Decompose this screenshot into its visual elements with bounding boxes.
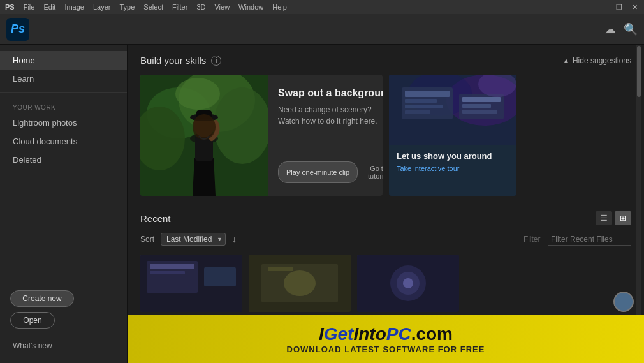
whats-new-link[interactable]: What's new [13, 341, 114, 350]
filter-menu[interactable]: Filter [172, 3, 187, 11]
skills-title-text: Build your skills [140, 55, 206, 66]
card-secondary-image [389, 75, 516, 145]
skills-title: Build your skills i [140, 55, 221, 66]
skill-card-actions: Play one-minute clip Go to tutorial [278, 161, 383, 183]
sidebar-divider-1 [0, 92, 127, 93]
ps-menu[interactable]: PS [5, 3, 15, 11]
svg-point-32 [284, 270, 316, 296]
watermark-subtitle: Download Latest Software for Free [287, 344, 485, 354]
sidebar-item-learn[interactable]: Learn [0, 70, 127, 88]
help-menu[interactable]: Help [272, 3, 287, 11]
image-menu[interactable]: Image [64, 3, 84, 11]
grid-view-button[interactable]: ⊞ [615, 211, 631, 225]
sort-label: Sort [140, 235, 154, 244]
play-clip-button[interactable]: Play one-minute clip [278, 161, 358, 183]
file-thumb-2[interactable] [249, 255, 351, 312]
hide-suggestions-label: Hide suggestions [573, 56, 631, 65]
app-header: Ps ☁ 🔍 [0, 14, 644, 45]
svg-rect-33 [268, 267, 293, 271]
svg-point-37 [403, 278, 413, 288]
tutorial-button[interactable]: Go to tutorial [363, 161, 383, 183]
window-menu[interactable]: Window [238, 3, 263, 11]
watermark-banner: IGetIntoPC.com Download Latest Software … [128, 315, 644, 363]
svg-rect-18 [405, 105, 443, 108]
sidebar-your-work-label: YOUR WORK [0, 96, 127, 114]
filter-input[interactable] [548, 233, 631, 246]
sidebar-item-lightroom[interactable]: Lightroom photos [0, 114, 127, 132]
watermark-line1: IGetIntoPC.com [287, 324, 485, 344]
recent-toolbar: Sort Last Modified ▼ ↓ Filter [140, 233, 631, 246]
select-menu[interactable]: Select [143, 3, 163, 11]
sidebar-item-home[interactable]: Home [0, 51, 127, 70]
create-new-button[interactable]: Create new [10, 290, 74, 307]
edit-menu[interactable]: Edit [43, 3, 55, 11]
card-secondary-svg [389, 75, 516, 145]
sidebar-item-deleted[interactable]: Deleted [0, 151, 127, 169]
recent-files [140, 255, 631, 312]
svg-rect-28 [150, 271, 185, 274]
recent-header: Recent ☰ ⊞ [140, 211, 631, 225]
cloud-icon[interactable]: ☁ [604, 22, 616, 36]
ps-logo: Ps [6, 18, 29, 41]
bottom-right-avatar[interactable] [613, 292, 634, 312]
skill-card-title: Swap out a background [278, 87, 383, 99]
sidebar-nav: Home Learn YOUR WORK Lightroom photos Cl… [0, 51, 127, 281]
sort-direction-button[interactable]: ↓ [232, 234, 237, 244]
restore-button[interactable]: ❐ [615, 3, 624, 11]
title-bar: PS File Edit Image Layer Type Select Fil… [0, 0, 644, 14]
watermark-into: Into [353, 324, 386, 344]
skill-card-desc: Need a change of scenery? Watch how to d… [278, 104, 383, 127]
info-icon[interactable]: i [211, 56, 221, 66]
list-view-button[interactable]: ☰ [596, 211, 612, 225]
view-menu[interactable]: View [214, 3, 230, 11]
sort-wrapper: Last Modified ▼ [161, 233, 226, 246]
svg-rect-27 [150, 264, 194, 269]
3d-menu[interactable]: 3D [196, 3, 205, 11]
watermark-i: I [319, 324, 324, 344]
file-thumb-3-svg [357, 255, 459, 312]
svg-point-11 [193, 114, 216, 140]
skills-section: Build your skills i ▲ Hide suggestions [128, 45, 644, 202]
skill-card-image [140, 75, 268, 196]
svg-rect-23 [462, 110, 497, 114]
recent-filter: Filter [243, 233, 631, 246]
svg-rect-19 [405, 110, 430, 114]
card-secondary-title: Let us show you around [397, 151, 509, 161]
hide-suggestions-button[interactable]: ▲ Hide suggestions [563, 56, 631, 65]
watermark-pc: PC [386, 324, 411, 344]
skill-card-main: Swap out a background Need a change of s… [140, 75, 383, 196]
svg-rect-22 [462, 104, 491, 108]
close-button[interactable]: ✕ [630, 3, 639, 11]
file-thumb-1[interactable] [140, 255, 242, 312]
layer-menu[interactable]: Layer [93, 3, 111, 11]
minimize-button[interactable]: – [599, 3, 608, 11]
sidebar-bottom: What's new [0, 335, 127, 357]
sidebar-buttons: Create new Open [0, 281, 127, 335]
svg-rect-21 [462, 97, 501, 102]
svg-point-5 [175, 78, 220, 110]
svg-rect-29 [204, 267, 236, 286]
watermark-content: IGetIntoPC.com Download Latest Software … [287, 324, 485, 354]
file-thumb-1-svg [140, 255, 242, 312]
scroll-thumb [637, 46, 641, 97]
sidebar: Home Learn YOUR WORK Lightroom photos Cl… [0, 45, 128, 363]
type-menu[interactable]: Type [120, 3, 135, 11]
view-toggle: ☰ ⊞ [596, 211, 631, 225]
watermark-dotcom: .com [411, 324, 453, 344]
interactive-tour-link[interactable]: Take interactive tour [397, 165, 509, 172]
sort-select[interactable]: Last Modified [161, 233, 226, 246]
filter-label: Filter [523, 235, 541, 244]
skill-card-content: Swap out a background Need a change of s… [268, 75, 383, 196]
svg-rect-16 [405, 91, 450, 97]
search-icon[interactable]: 🔍 [624, 22, 638, 36]
window-controls: – ❐ ✕ [599, 3, 639, 11]
file-menu[interactable]: File [24, 3, 35, 11]
open-button[interactable]: Open [10, 312, 55, 329]
file-thumb-3[interactable] [357, 255, 459, 312]
recent-title: Recent [140, 213, 171, 224]
chevron-up-icon: ▲ [563, 57, 569, 64]
skill-card-secondary[interactable]: Let us show you around Take interactive … [389, 75, 516, 196]
header-actions: ☁ 🔍 [604, 22, 638, 36]
card-secondary-content: Let us show you around Take interactive … [389, 145, 516, 179]
sidebar-item-cloud[interactable]: Cloud documents [0, 132, 127, 151]
